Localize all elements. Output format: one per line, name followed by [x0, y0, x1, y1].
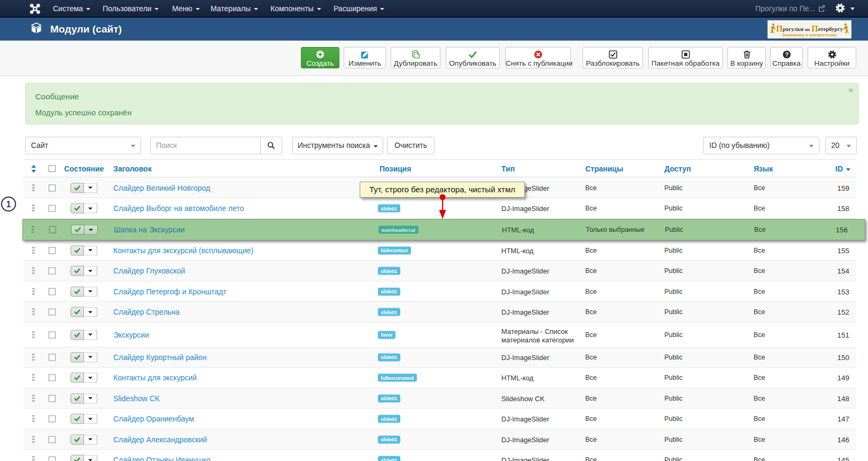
- svg-text:?: ?: [785, 51, 788, 58]
